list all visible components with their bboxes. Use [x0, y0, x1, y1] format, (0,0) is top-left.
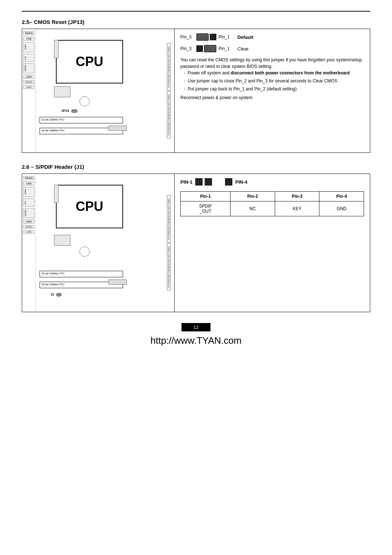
port-kbms: KB/MS — [23, 31, 34, 35]
ddr2-label-1: PC2700/2100 Unbuffered Non-ECC DDR2 — [167, 91, 171, 138]
port2-lan1: LAN1 — [23, 220, 34, 224]
pin-sq-default-2 — [210, 34, 216, 40]
pin-sq-clear-1 — [196, 45, 203, 52]
port-lpt: LPT — [23, 54, 34, 62]
port-lan2: LAN2 — [23, 85, 34, 89]
jp13-indicator — [71, 109, 78, 113]
val-pin1: SPDIF_OUT — [181, 201, 230, 216]
pci-slot-3: 32-bit 33MHz PCI — [40, 271, 123, 277]
mobo-diagram-2: KB/MS USB COM LPT VIDEO LAN1 AUDIO LAN2 … — [22, 174, 175, 312]
pin4-header-label: PIN-4 — [235, 179, 247, 185]
battery-circle-2 — [79, 246, 90, 257]
val-pin3: KEY — [275, 201, 319, 216]
footer: 12 http://www.TYAN.com — [22, 323, 370, 346]
chip-rect-4 — [54, 185, 58, 203]
connector-1 — [109, 126, 127, 131]
pin-header-row: PIN-1 PIN-4 — [180, 178, 364, 185]
cpu-label-1: CPU — [75, 54, 103, 69]
port2-kbms: KB/MS — [23, 176, 34, 180]
pin3-label-default: Pin_3 — [180, 34, 194, 40]
info-panel-1: Pin_3 Pin_1 Default Pin_3 Pin_1 Clear — [175, 29, 370, 152]
port2-audio: AUDIO — [23, 225, 34, 229]
port-com: COM — [23, 42, 34, 52]
port2-lpt: LPT — [23, 199, 34, 207]
port-video: VIDEO — [23, 63, 34, 73]
left-port-bar-1: KB/MS USB COM LPT VIDEO LAN1 AUDIO LAN2 — [22, 29, 36, 152]
chip-rect-2 — [54, 40, 58, 58]
port-audio: AUDIO — [23, 80, 34, 84]
jumper-row-default: Pin_3 Pin_1 Default — [180, 33, 364, 41]
right-ddr-bar-1: PC2700/2100 Unbuffered Non-ECC DDR1 PC27… — [163, 29, 174, 152]
mobo-inner-2: CPU J1 32-bit 33MHz PCI 32-bit 33MHz PCI — [36, 174, 163, 312]
section1-block: KB/MS USB COM LPT VIDEO LAN1 AUDIO LAN2 … — [22, 29, 370, 153]
pin-squares — [195, 178, 232, 185]
pin1-label-default: Pin_1 — [219, 34, 232, 40]
pin-sq-2 — [205, 178, 212, 185]
website-url: http://www.TYAN.com — [22, 335, 370, 346]
col-pin2: Pin-2 — [230, 192, 275, 201]
jumper-diagram-clear: Pin_3 Pin_1 Clear — [180, 45, 364, 52]
section2-title: 2.6 – S/PDIF Header (J1) — [22, 164, 370, 170]
pin-table-value-row: SPDIF_OUT NC KEY GND — [181, 201, 364, 216]
cmos-steps-list: Power off system and disconnect both pow… — [180, 70, 364, 92]
ddr1-label-2: PC2700/2100 Unbuffered Non-ECC DDR1 — [167, 195, 171, 242]
val-pin2: NC — [230, 201, 275, 216]
page-number: 12 — [181, 323, 211, 331]
ddr1-label-1: PC2700/2100 Unbuffered Non-ECC DDR1 — [167, 43, 171, 90]
cmos-step-2: Use jumper cap to close Pin_2 and Pin_3 … — [184, 78, 364, 84]
reconnect-text: Reconnect power & power on system — [180, 94, 364, 101]
jumper-pins-default — [196, 33, 216, 41]
port2-video: VIDEO — [23, 208, 34, 218]
mobo-inner-1: CPU JP13 32-bit 33MHz PCI 32-bit 33MHz P… — [36, 29, 163, 152]
chip-rect-1 — [54, 86, 70, 97]
top-divider — [22, 11, 370, 12]
jumper-diagram-default: Pin_3 Pin_1 Default — [180, 33, 364, 41]
col-pin4: Pin-4 — [319, 192, 364, 201]
cpu-label-2: CPU — [75, 199, 103, 214]
col-pin3: Pin-3 — [275, 192, 319, 201]
pci-slot-1: 32-bit 33MHz PCI — [40, 117, 123, 123]
jumper-row-clear: Pin_3 Pin_1 Clear — [180, 45, 364, 52]
battery-circle-1 — [79, 96, 90, 106]
val-pin4: GND — [319, 201, 364, 216]
pin-covered-clear — [204, 45, 216, 52]
port-lan1: LAN1 — [23, 75, 34, 79]
cmos-step-3: Put jumper cap back to Pin_1 and Pin_2 (… — [184, 86, 364, 92]
mobo-diagram-1: KB/MS USB COM LPT VIDEO LAN1 AUDIO LAN2 … — [22, 29, 175, 152]
col-pin1: Pin-1 — [181, 192, 230, 201]
pin1-header-label: PIN-1 — [180, 179, 192, 185]
cmos-description: You can reset the CMOS settings by using… — [180, 57, 364, 101]
port2-usb: USB — [23, 181, 34, 185]
port2-lan2: LAN2 — [23, 230, 34, 234]
connector-2 — [109, 279, 127, 285]
default-label: Default — [237, 34, 253, 40]
jp13-text: JP13 — [61, 109, 69, 113]
cmos-step-1: Power off system and disconnect both pow… — [184, 70, 364, 76]
cpu-box-1: CPU — [56, 40, 123, 83]
right-ddr-bar-2: PC2700/2100 Unbuffered Non-ECC DDR1 PC27… — [163, 174, 174, 312]
pin3-label-clear: Pin_3 — [180, 46, 194, 51]
clear-label: Clear — [237, 46, 249, 52]
chip-rect-3 — [54, 235, 70, 246]
cmos-desc-text: You can reset the CMOS settings by using… — [180, 57, 364, 70]
info-panel-2: PIN-1 PIN-4 Pin-1 Pin-2 Pin-3 Pin-4 SPDI… — [175, 174, 370, 312]
spdif-pin-table: Pin-1 Pin-2 Pin-3 Pin-4 SPDIF_OUT NC KEY… — [180, 191, 364, 216]
cpu-box-2: CPU — [56, 185, 123, 228]
ddr2-label-2: PC2700/2100 Unbuffered Non-ECC DDR2 — [167, 243, 171, 290]
section1-title: 2.5– CMOS Reset (JP13) — [22, 19, 370, 25]
j1-text: J1 — [50, 293, 54, 296]
pin1-label-clear: Pin_1 — [219, 46, 232, 51]
port2-com: COM — [23, 187, 34, 197]
pin-table-header-row: Pin-1 Pin-2 Pin-3 Pin-4 — [181, 192, 364, 201]
pin-sq-1 — [195, 178, 203, 185]
port-usb: USB — [23, 37, 34, 41]
pin-covered-default — [196, 33, 209, 41]
j1-label: J1 — [50, 293, 62, 297]
jp13-label: JP13 — [61, 109, 78, 113]
left-port-bar-2: KB/MS USB COM LPT VIDEO LAN1 AUDIO LAN2 — [22, 174, 36, 312]
pin-sq-4 — [225, 178, 232, 185]
section2-block: KB/MS USB COM LPT VIDEO LAN1 AUDIO LAN2 … — [22, 174, 370, 312]
j1-indicator — [56, 293, 62, 297]
jumper-pins-clear — [196, 45, 216, 52]
